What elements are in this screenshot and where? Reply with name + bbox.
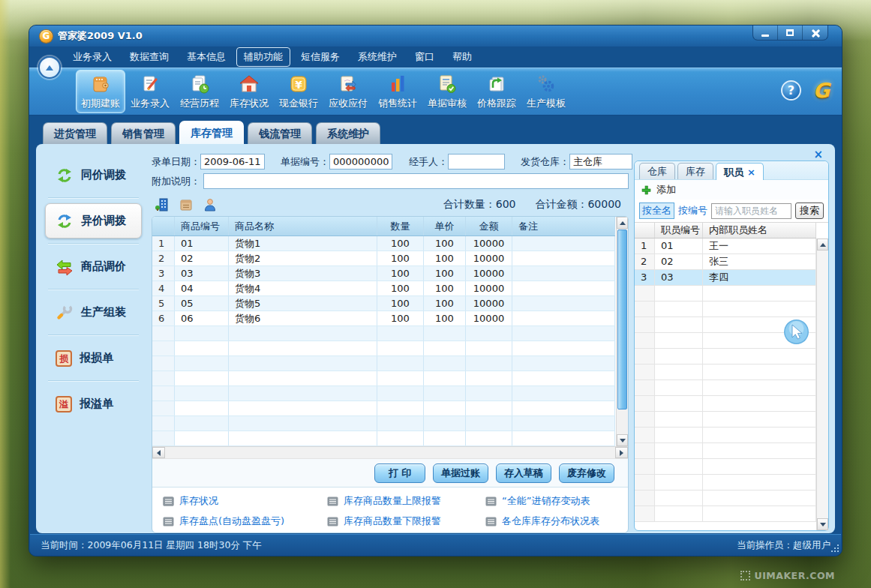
scroll-up-button[interactable]: [817, 238, 828, 250]
staff-row-empty[interactable]: [635, 286, 816, 302]
toolbar-item-price-tracking[interactable]: 价格跟踪: [472, 70, 521, 113]
menu-item-basic-info[interactable]: 基本信息: [179, 47, 233, 67]
staff-row-empty[interactable]: [635, 475, 816, 490]
save-draft-button[interactable]: 存入草稿: [496, 464, 551, 483]
table-row-empty[interactable]: [152, 431, 615, 446]
staff-row-empty[interactable]: [635, 364, 816, 380]
toolbar-item-sales-statistics[interactable]: 销售统计: [373, 70, 422, 113]
scroll-up-button[interactable]: [617, 217, 628, 229]
table-row-empty[interactable]: [152, 371, 615, 386]
toolbar-item-receivable-payable[interactable]: 应收应付: [323, 70, 373, 113]
filter-by-name-toggle[interactable]: 按全名: [639, 202, 674, 219]
staff-row-empty[interactable]: [635, 349, 816, 364]
link-lower-limit-alert[interactable]: 库存商品数量下限报警: [327, 514, 485, 528]
staff-row-empty[interactable]: [635, 412, 816, 428]
staff-row-empty[interactable]: [635, 443, 816, 459]
menu-item-business-entry[interactable]: 业务录入: [65, 47, 119, 67]
minimize-button[interactable]: [753, 26, 778, 40]
print-button[interactable]: 打 印: [374, 464, 425, 483]
sidebar-item-overflow-report[interactable]: 溢 报溢单: [45, 386, 142, 422]
staff-row[interactable]: 202张三: [635, 254, 816, 270]
staff-row-empty[interactable]: [635, 302, 816, 317]
table-row[interactable]: 303货物310010010000: [152, 266, 615, 281]
maximize-button[interactable]: [778, 26, 803, 40]
help-icon[interactable]: ?: [781, 80, 801, 100]
add-row[interactable]: 添加: [635, 180, 828, 200]
building-icon[interactable]: [155, 197, 170, 212]
table-row[interactable]: 505货物510010010000: [152, 296, 615, 311]
toolbar-item-document-audit[interactable]: 单据审核: [422, 70, 472, 113]
menu-item-sms[interactable]: 短信服务: [293, 47, 347, 67]
toolbar-item-initial-setup[interactable]: 初期建账: [76, 70, 125, 113]
tab-close-icon[interactable]: ×: [747, 164, 755, 180]
table-row-empty[interactable]: [152, 326, 615, 341]
search-button[interactable]: 搜索: [795, 202, 824, 219]
table-row[interactable]: 101货物110010010000: [152, 236, 615, 251]
helper-tab-warehouse[interactable]: 仓库: [639, 163, 675, 179]
toolbar-item-production-template[interactable]: 生产模板: [521, 70, 571, 113]
filter-by-code-toggle[interactable]: 按编号: [678, 204, 707, 218]
collapse-toolbar-button[interactable]: [38, 56, 61, 79]
horizontal-scrollbar[interactable]: [152, 446, 628, 459]
staff-row-empty[interactable]: [635, 380, 816, 396]
toolbar-item-business-entry[interactable]: 业务录入: [125, 70, 175, 113]
staff-search-input[interactable]: [711, 203, 791, 219]
staff-row-selected[interactable]: 303李四: [635, 270, 816, 286]
table-row[interactable]: 202货物210010010000: [152, 251, 615, 266]
menu-item-help[interactable]: 帮助: [445, 47, 479, 67]
table-row-empty[interactable]: [152, 401, 615, 416]
menu-item-window[interactable]: 窗口: [407, 47, 442, 67]
scroll-down-button[interactable]: [617, 434, 628, 446]
toolbar-item-inventory-status[interactable]: 库存状况: [224, 70, 274, 113]
menu-item-auxiliary[interactable]: 辅助功能: [236, 47, 290, 67]
close-button[interactable]: [803, 26, 827, 40]
menu-item-data-query[interactable]: 数据查询: [122, 47, 176, 67]
date-input[interactable]: [200, 154, 265, 170]
table-row-empty[interactable]: [152, 416, 615, 431]
menu-item-system-maintenance[interactable]: 系统维护: [350, 47, 404, 67]
helper-tab-staff[interactable]: 职员×: [716, 163, 764, 180]
sidebar-item-price-adjustment[interactable]: 商品调价: [45, 249, 142, 284]
resize-grip[interactable]: [830, 544, 839, 554]
link-warehouse-distribution[interactable]: 各仓库库存分布状况表: [485, 514, 628, 528]
package-icon[interactable]: [179, 197, 194, 212]
table-row[interactable]: 404货物410010010000: [152, 281, 615, 296]
link-upper-limit-alert[interactable]: 库存商品数量上限报警: [327, 494, 485, 508]
handler-input[interactable]: [448, 154, 505, 170]
toolbar-item-cash-bank[interactable]: ¥ 现金银行: [274, 70, 323, 113]
scroll-down-button[interactable]: [817, 518, 828, 530]
sidebar-item-production-assembly[interactable]: 生产组装: [45, 295, 142, 330]
post-document-button[interactable]: 单据过账: [433, 464, 488, 483]
tab-sales-management[interactable]: 销售管理: [111, 122, 176, 144]
warehouse-input[interactable]: [569, 154, 632, 170]
staff-row-empty[interactable]: [635, 428, 816, 443]
staff-row-empty[interactable]: [635, 490, 816, 506]
link-inventory-status[interactable]: 库存状况: [163, 494, 327, 508]
scrollbar-thumb[interactable]: [617, 230, 627, 410]
table-row-empty[interactable]: [152, 356, 615, 371]
person-icon[interactable]: [203, 197, 218, 212]
table-row-empty[interactable]: [152, 341, 615, 356]
discard-changes-button[interactable]: 废弃修改: [559, 464, 614, 483]
note-input[interactable]: [203, 173, 629, 189]
staff-row[interactable]: 101王一: [635, 238, 816, 254]
helper-tab-inventory[interactable]: 库存: [677, 163, 713, 179]
table-row-empty[interactable]: [152, 386, 615, 401]
staff-row-empty[interactable]: [635, 396, 816, 412]
tab-purchase-management[interactable]: 进货管理: [43, 122, 107, 144]
tab-inventory-management[interactable]: 库存管理: [179, 121, 244, 144]
doc-no-input[interactable]: [329, 154, 392, 170]
staff-row-empty[interactable]: [635, 459, 816, 475]
table-row[interactable]: 606货物610010010000: [152, 311, 615, 326]
link-stocktake[interactable]: 库存盘点(自动盘盈盘亏): [163, 514, 327, 528]
tab-cashflow-management[interactable]: 钱流管理: [248, 122, 312, 144]
tab-system-maintenance[interactable]: 系统维护: [316, 122, 380, 144]
scroll-left-button[interactable]: [152, 447, 165, 458]
vertical-scrollbar[interactable]: [616, 217, 628, 446]
link-omni-change-report[interactable]: “全能”进销存变动表: [485, 494, 628, 508]
sidebar-item-loss-report[interactable]: 损 报损单: [45, 340, 142, 376]
staff-row-empty[interactable]: [635, 506, 816, 522]
scroll-right-button[interactable]: [615, 447, 628, 458]
sidebar-item-same-price-transfer[interactable]: 同价调拨: [45, 158, 142, 193]
toolbar-item-business-history[interactable]: 经营历程: [175, 70, 224, 113]
